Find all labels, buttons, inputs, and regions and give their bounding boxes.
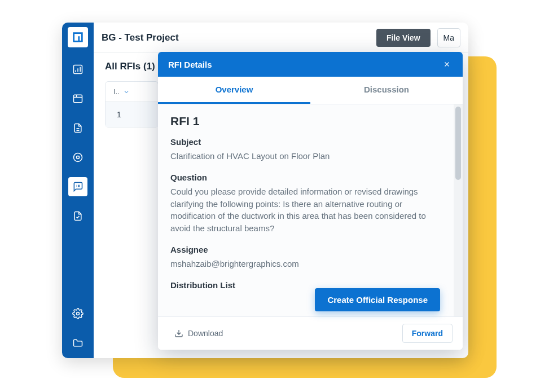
table-column-header[interactable]: I.. xyxy=(106,82,158,102)
table-row[interactable]: 1 xyxy=(106,102,158,127)
sidebar-item-settings[interactable] xyxy=(68,304,87,323)
sidebar xyxy=(62,23,94,358)
sidebar-item-dashboard[interactable] xyxy=(68,60,87,79)
sidebar-item-checklists[interactable] xyxy=(68,206,87,226)
modal-tabs: Overview Discussion xyxy=(158,77,463,104)
sidebar-item-plans[interactable] xyxy=(68,89,87,108)
create-official-response-button[interactable]: Create Official Response xyxy=(315,288,440,311)
forward-button[interactable]: Forward xyxy=(402,324,453,343)
project-title: BG - Test Project xyxy=(102,32,370,43)
question-value: Could you please provide detailed inform… xyxy=(170,186,441,235)
chevron-down-icon xyxy=(123,89,130,95)
scrollbar-thumb[interactable] xyxy=(455,107,461,180)
modal-header: RFI Details xyxy=(158,52,463,77)
modal-body: RFI 1 Subject Clarification of HVAC Layo… xyxy=(158,104,454,316)
sidebar-item-rfi[interactable] xyxy=(68,177,87,196)
tab-overview[interactable]: Overview xyxy=(158,77,310,104)
modal-footer: Download Forward xyxy=(158,316,463,350)
sidebar-item-documents[interactable] xyxy=(68,118,87,138)
rfi-table: I.. 1 xyxy=(105,81,159,127)
download-label: Download xyxy=(188,329,223,338)
app-logo[interactable] xyxy=(68,27,88,47)
question-label: Question xyxy=(170,173,441,182)
tab-discussion[interactable]: Discussion xyxy=(310,77,463,104)
svg-point-2 xyxy=(74,153,82,162)
ma-button[interactable]: Ma xyxy=(437,28,460,47)
download-icon xyxy=(174,329,183,338)
assignee-label: Assignee xyxy=(170,245,441,254)
modal-title: RFI Details xyxy=(168,60,212,69)
sidebar-item-photos[interactable] xyxy=(68,148,87,167)
close-icon xyxy=(443,60,451,68)
svg-point-4 xyxy=(77,312,80,315)
file-view-button[interactable]: File View xyxy=(376,29,431,47)
assignee-value: mshahzaib@brightergraphics.com xyxy=(170,258,441,270)
subject-value: Clarification of HVAC Layout on Floor Pl… xyxy=(170,150,441,162)
rfi-heading: RFI 1 xyxy=(170,114,441,128)
rfi-details-modal: RFI Details Overview Discussion RFI 1 Su… xyxy=(158,52,463,350)
topbar: BG - Test Project File View Ma xyxy=(94,23,468,53)
svg-point-3 xyxy=(77,156,80,159)
sidebar-item-folder[interactable] xyxy=(68,333,87,353)
subject-label: Subject xyxy=(170,137,441,147)
close-button[interactable] xyxy=(441,59,453,70)
download-button[interactable]: Download xyxy=(168,324,229,343)
scrollbar[interactable] xyxy=(454,104,463,316)
svg-rect-1 xyxy=(74,95,82,102)
column-label: I.. xyxy=(113,87,120,96)
